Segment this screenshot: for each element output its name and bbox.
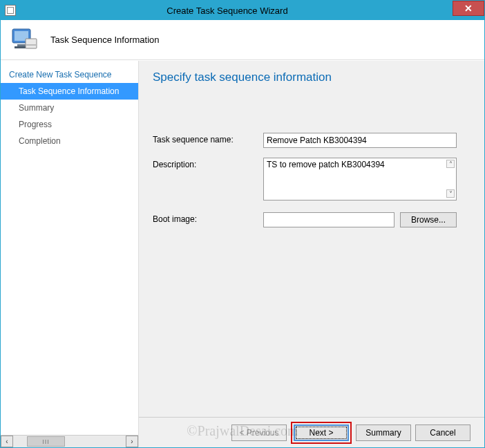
window-title: Create Task Sequence Wizard — [2, 6, 453, 16]
textarea-scroll-down-icon[interactable]: ˅ — [446, 189, 455, 198]
titlebar: Create Task Sequence Wizard ✕ — [1, 1, 484, 20]
nav-task-sequence-info[interactable]: Task Sequence Information — [1, 83, 138, 100]
label-description: Description: — [153, 158, 263, 169]
next-highlight: Next > — [291, 422, 352, 444]
task-name-input[interactable] — [263, 133, 457, 148]
label-name: Task sequence name: — [153, 133, 263, 144]
summary-button[interactable]: Summary — [356, 424, 411, 441]
nav-completion[interactable]: Completion — [1, 133, 138, 149]
label-boot-image: Boot image: — [153, 212, 263, 224]
previous-button: < Previous — [231, 424, 287, 441]
row-description: Description: ˄ ˅ — [153, 158, 470, 203]
scroll-left-button[interactable]: ‹ — [1, 436, 13, 447]
svg-rect-5 — [26, 44, 37, 46]
boot-image-input[interactable] — [263, 212, 394, 227]
scroll-track[interactable]: III — [13, 436, 126, 447]
svg-rect-4 — [26, 39, 37, 48]
nav-progress[interactable]: Progress — [1, 116, 138, 133]
nav-create-new[interactable]: Create New Task Sequence — [1, 66, 138, 83]
body: Create New Task Sequence Task Sequence I… — [1, 61, 484, 447]
sidebar: Create New Task Sequence Task Sequence I… — [1, 61, 139, 447]
main-panel: Specify task sequence information Task s… — [139, 61, 484, 447]
textarea-scroll-up-icon[interactable]: ˄ — [446, 160, 455, 168]
wizard-window: Create Task Sequence Wizard ✕ Task Seque… — [0, 0, 485, 448]
app-icon — [5, 5, 16, 16]
footer: < Previous Next > Summary Cancel — [139, 417, 484, 447]
nav-summary[interactable]: Summary — [1, 100, 138, 116]
cancel-button[interactable]: Cancel — [415, 424, 470, 441]
next-button[interactable]: Next > — [294, 424, 349, 441]
sidebar-scrollbar[interactable]: ‹ III › — [1, 435, 138, 447]
page-title: Specify task sequence information — [153, 71, 470, 84]
description-input[interactable] — [263, 158, 457, 200]
close-button[interactable]: ✕ — [453, 1, 484, 16]
computer-icon — [10, 26, 39, 54]
header-subtitle: Task Sequence Information — [50, 35, 160, 45]
header-band: Task Sequence Information — [1, 20, 484, 60]
svg-rect-2 — [17, 44, 26, 46]
scroll-thumb[interactable]: III — [27, 436, 65, 447]
row-name: Task sequence name: — [153, 133, 470, 148]
row-boot-image: Boot image: Browse... — [153, 212, 470, 227]
browse-button[interactable]: Browse... — [400, 212, 457, 227]
scroll-right-button[interactable]: › — [126, 436, 138, 447]
